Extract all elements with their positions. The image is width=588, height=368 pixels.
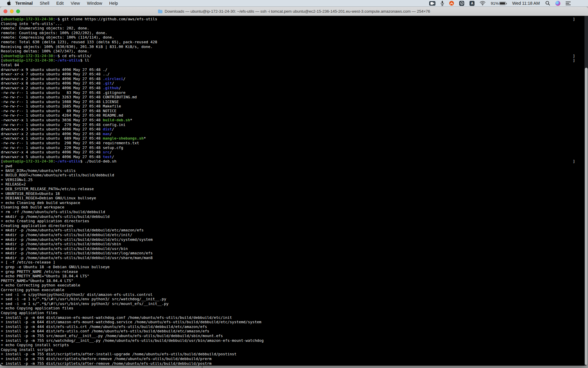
terminal-line: -rw-rw-r-- 1 ubuntu ubuntu 1685 May 27 0…	[1, 104, 575, 109]
terminal-line: -rwxrwxr-x 1 ubuntu ubuntu 3036 May 27 0…	[1, 118, 575, 122]
terminal-line: + sed -i -e 1 s/^.*$/\#!\/usr\/bin\/env …	[1, 301, 575, 306]
terminal-line: + install -p -m 444 dist/efs-utils.crt /…	[1, 324, 575, 329]
terminal-line: + RELEASE=2	[1, 182, 575, 187]
microphone-icon	[441, 1, 444, 6]
terminal-line: Resolving deltas: 100% (347/347), done.	[1, 49, 575, 54]
terminal-line: -rw-rw-r-- 1 ubuntu ubuntu 220 May 27 05…	[1, 145, 575, 150]
terminal-line: remote: Enumerating objects: 202, done.	[1, 26, 575, 31]
terminal-line: + VERSION=1.25	[1, 178, 575, 182]
terminal-line: + DEBIAN11_REGEX=Debian GNU/Linux bullse…	[1, 196, 575, 200]
terminal-line: + install -p -m 755 src/watchdog/__init_…	[1, 338, 575, 343]
terminal-line: drwxrwxr-x 5 ubuntu ubuntu 4096 May 27 0…	[1, 155, 575, 159]
checkmark-badge-icon	[459, 1, 464, 6]
battery-menu-extra[interactable]: 91%	[488, 0, 509, 7]
terminal-line: + DEB_SYSTEM_RELEASE_PATH=/etc/os-releas…	[1, 187, 575, 191]
title-bar[interactable]: Downloads — ubuntu@ip-172-31-24-30: ~/ef…	[0, 7, 588, 16]
terminal-line: + mkdir -p /home/ubuntu/efs-utils/build/…	[1, 246, 575, 251]
close-button[interactable]	[4, 9, 7, 13]
siri-menu-extra[interactable]	[553, 0, 563, 7]
terminal-line: [ubuntu@ip-172-31-24-30:~/efs-utils$ ll]	[1, 58, 575, 63]
menu-window[interactable]: Window	[83, 0, 106, 7]
terminal-line: drwxrwxr-x 2 ubuntu ubuntu 4096 May 27 0…	[1, 132, 575, 136]
spotlight-menu-extra[interactable]	[543, 0, 553, 7]
terminal-line: Cleaning deb build workspace	[1, 205, 575, 210]
terminal-line: + UBUNTU18_REGEX=Ubuntu 18	[1, 191, 575, 196]
menu-shell[interactable]: Shell	[36, 0, 53, 7]
terminal-line: drwxrwxr-x 8 ubuntu ubuntu 4096 May 27 0…	[1, 81, 575, 86]
terminal-line: Copying install scripts	[1, 347, 575, 352]
input-source-menu-extra[interactable]: A	[467, 0, 477, 7]
terminal-line: -rw-rw-r-- 1 ubuntu ubuntu 4264 May 27 0…	[1, 113, 575, 118]
zoom-button[interactable]	[16, 9, 20, 13]
terminal-window: Downloads — ubuntu@ip-172-31-24-30: ~/ef…	[0, 7, 588, 366]
terminal-line: drwxrwxr-x 4 ubuntu ubuntu 4096 May 27 0…	[1, 150, 575, 155]
menu-view[interactable]: View	[67, 0, 83, 7]
terminal-line: Copying application files	[1, 311, 575, 315]
apple-icon	[6, 1, 11, 6]
terminal-line: -rw-rw-r-- 1 ubuntu ubuntu 89 May 27 05:…	[1, 109, 575, 113]
terminal-line: + echo Cleaning deb build workspace	[1, 200, 575, 205]
terminal-line: -rw-rw-r-- 1 ubuntu ubuntu 83 May 27 05:…	[1, 90, 575, 95]
siri-icon	[555, 1, 560, 6]
terminal-line: + grep PRETTY_NAME /etc/os-release	[1, 269, 575, 274]
terminal-line: drwxrwxr-x 3 ubuntu ubuntu 4096 May 27 0…	[1, 127, 575, 132]
menu-app-name[interactable]: Terminal	[13, 0, 36, 7]
terminal-line: total 84	[1, 63, 575, 67]
notification-center-menu-extra[interactable]	[563, 0, 573, 7]
battery-icon	[499, 2, 506, 5]
wifi-icon	[480, 1, 485, 5]
terminal-line: drwxr-xr-x 7 ubuntu ubuntu 4096 May 27 0…	[1, 72, 575, 77]
terminal-line: remote: Total 630 (delta 123), reused 13…	[1, 40, 575, 44]
menu-edit[interactable]: Edit	[53, 0, 67, 7]
terminal-line: [ubuntu@ip-172-31-24-30:~$ cd efs-utils/…	[1, 54, 575, 58]
terminal-line: Correcting python executable	[1, 288, 575, 292]
terminal-output: [ubuntu@ip-172-31-24-30:~$ git clone htt…	[0, 16, 588, 366]
terminal-line: + install -p -m 755 dist/scriptlets/befo…	[1, 357, 575, 361]
terminal-line: Receiving objects: 100% (630/630), 201.3…	[1, 44, 575, 49]
terminal-line: drwxrwxr-x 9 ubuntu ubuntu 4096 May 27 0…	[1, 67, 575, 72]
terminal-line: + install -p -m 755 dist/scriptlets/afte…	[1, 361, 575, 366]
input-source-icon: A	[470, 1, 475, 6]
terminal-line: Cloning into 'efs-utils'...	[1, 21, 575, 26]
terminal-line: + [ -f /etc/os-release ]	[1, 260, 575, 265]
terminal-line: + mkdir -p /home/ubuntu/efs-utils/build/…	[1, 233, 575, 237]
terminal-line: drwxrwxr-x 2 ubuntu ubuntu 4096 May 27 0…	[1, 77, 575, 81]
terminal-line: drwxrwxr-x 2 ubuntu ubuntu 4096 May 27 0…	[1, 86, 575, 90]
terminal-line: + install -p -m 755 dist/scriptlets/afte…	[1, 352, 575, 357]
terminal-line: + mkdir -p /home/ubuntu/efs-utils/build/…	[1, 256, 575, 260]
notification-list-icon	[566, 1, 571, 5]
terminal-line: remote: Counting objects: 100% (202/202)…	[1, 31, 575, 35]
terminal-line: + mkdir -p /home/ubuntu/efs-utils/build/…	[1, 242, 575, 246]
terminal-line: [ubuntu@ip-172-31-24-30:~$ git clone htt…	[1, 17, 575, 21]
menu-help[interactable]: Help	[106, 0, 121, 7]
checkmark-menu-extra[interactable]	[457, 0, 467, 7]
video-camera-menu-extra[interactable]	[427, 0, 438, 7]
terminal-line: remote: Compressing objects: 100% (114/1…	[1, 35, 575, 40]
window-title: Downloads — ubuntu@ip-172-31-24-30: ~/ef…	[158, 9, 430, 14]
terminal-line: + mkdir -p /home/ubuntu/efs-utils/build/…	[1, 237, 575, 242]
terminal-line: PRETTY_NAME="Ubuntu 18.04.4 LTS"	[1, 279, 575, 283]
terminal-line: + sed -i -e 1 s/^.*$/\#!\/usr\/bin\/env …	[1, 297, 575, 301]
spotlight-search-icon	[545, 1, 550, 6]
up-chevron-menu-extra[interactable]	[447, 0, 457, 7]
microphone-menu-extra[interactable]	[438, 0, 447, 7]
terminal-line: [ubuntu@ip-172-31-24-30:~/efs-utils$ ./b…	[1, 159, 575, 164]
scrollbar-thumb[interactable]	[585, 68, 588, 365]
terminal-line: + echo Creating application directories	[1, 219, 575, 223]
terminal-line: + sed -i -e s/python|python2/python3/ di…	[1, 292, 575, 297]
terminal-line: + BASE_DIR=/home/ubuntu/efs-utils	[1, 168, 575, 173]
terminal-line: -rw-rw-r-- 1 ubuntu ubuntu 279 May 27 05…	[1, 122, 575, 127]
terminal-line: + echo Copying install scripts	[1, 343, 575, 347]
scrollbar-track[interactable]	[584, 16, 588, 366]
terminal-line: + install -p -m 644 dist/amazon-efs-moun…	[1, 320, 575, 324]
menu-clock[interactable]: Wed 11:18 AM	[509, 0, 543, 7]
minimize-button[interactable]	[10, 9, 14, 13]
terminal-line: + install -p -m 755 src/mount_efs/__init…	[1, 334, 575, 338]
terminal-pane[interactable]: [ubuntu@ip-172-31-24-30:~$ git clone htt…	[0, 16, 588, 366]
apple-menu[interactable]	[4, 1, 13, 6]
wifi-menu-extra[interactable]	[477, 0, 488, 7]
terminal-line: + install -p -m 644 dist/amazon-efs-moun…	[1, 315, 575, 320]
up-chevron-badge-icon	[449, 1, 454, 6]
terminal-line: + BUILD_ROOT=/home/ubuntu/efs-utils/buil…	[1, 173, 575, 178]
terminal-line: + grep -e Ubuntu 18 -e Debian GNU/Linux …	[1, 265, 575, 269]
